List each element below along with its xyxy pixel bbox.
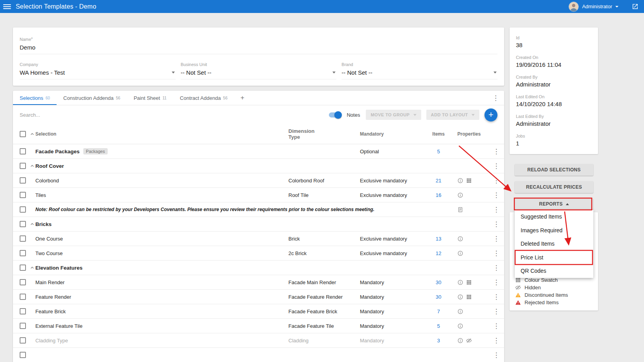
items-count-link[interactable]: 30 xyxy=(436,279,441,285)
row-checkbox[interactable] xyxy=(20,279,26,285)
row-menu-kebab[interactable]: ⋮ xyxy=(493,308,500,315)
dropdown-arrow-icon[interactable] xyxy=(494,72,497,74)
user-menu-label[interactable]: Administrator xyxy=(582,4,612,9)
table-row: Main RenderFacade Main RenderMandatory30… xyxy=(13,275,504,290)
notes-toggle[interactable] xyxy=(329,112,341,118)
row-checkbox[interactable] xyxy=(20,308,26,314)
items-count-link[interactable]: 5 xyxy=(437,149,440,154)
row-menu-kebab[interactable]: ⋮ xyxy=(493,294,500,300)
row-checkbox[interactable] xyxy=(20,163,26,169)
collapse-chevron-icon[interactable] xyxy=(29,163,35,169)
row-menu-kebab[interactable]: ⋮ xyxy=(493,177,500,184)
row-checkbox[interactable] xyxy=(20,192,26,198)
row-checkbox[interactable] xyxy=(20,352,26,358)
reload-selections-button[interactable]: RELOAD SELECTIONS xyxy=(515,164,593,176)
items-count-link[interactable]: 12 xyxy=(436,250,441,256)
mandatory-value: Mandatory xyxy=(360,309,429,314)
legend-item-rejected-items: Rejected Items xyxy=(515,300,568,305)
move-to-group-button[interactable]: MOVE TO GROUP xyxy=(366,110,421,120)
detail-field-last-edited-on: Last Edited On14/10/2020 14:48 xyxy=(516,94,592,107)
row-menu-kebab[interactable]: ⋮ xyxy=(493,250,500,257)
menu-item-deleted-items[interactable]: Deleted Items xyxy=(515,237,593,251)
dimension-type-value: Facade Feature Render xyxy=(288,294,360,300)
menu-item-suggested-items[interactable]: Suggested Items xyxy=(515,210,593,224)
row-checkbox[interactable] xyxy=(20,250,26,256)
row-menu-kebab[interactable]: ⋮ xyxy=(493,206,500,213)
table-body: Facade PackagesPackagesOptional5⋮Roof Co… xyxy=(13,144,504,362)
detail-value: 14/10/2020 14:48 xyxy=(516,101,592,107)
row-checkbox[interactable] xyxy=(20,221,26,227)
add-tab-button[interactable]: + xyxy=(234,91,251,105)
row-checkbox[interactable] xyxy=(20,235,26,242)
tab-contract-addenda[interactable]: Contract Addenda56 xyxy=(173,91,234,105)
row-checkbox[interactable] xyxy=(20,206,26,213)
selection-name: Feature Brick xyxy=(35,309,66,314)
selection-name: Tiles xyxy=(35,192,46,198)
detail-field-last-edited-by: Last Edited ByAdministrator xyxy=(516,114,592,127)
items-count-link[interactable]: 7 xyxy=(437,309,440,314)
group-name: Elevation Features xyxy=(35,265,83,271)
row-menu-kebab[interactable]: ⋮ xyxy=(493,235,500,242)
top-app-bar: Selection Templates - Demo Administrator xyxy=(0,0,644,13)
add-selection-fab[interactable]: + xyxy=(484,108,497,121)
row-checkbox[interactable] xyxy=(20,294,26,300)
items-count-link[interactable]: 21 xyxy=(436,178,441,184)
hamburger-menu-icon[interactable] xyxy=(3,4,11,9)
row-menu-kebab[interactable]: ⋮ xyxy=(493,265,500,271)
row-checkbox[interactable] xyxy=(20,337,26,344)
recalculate-prices-button[interactable]: RECALCULATE PRICES xyxy=(515,181,593,193)
detail-value: Administrator xyxy=(516,81,592,88)
items-count-link[interactable]: 13 xyxy=(436,236,441,242)
row-menu-kebab[interactable]: ⋮ xyxy=(493,279,500,286)
row-menu-kebab[interactable]: ⋮ xyxy=(493,163,500,169)
mandatory-value: Mandatory xyxy=(360,323,429,329)
brand-select[interactable]: Brand -- Not Set -- xyxy=(341,62,497,79)
dimension-type-value: 2c Brick xyxy=(288,250,360,256)
tabbar-menu-kebab[interactable]: ⋮ xyxy=(492,95,499,101)
group-name: Roof Cover xyxy=(35,163,64,169)
detail-label: Created By xyxy=(516,75,592,79)
row-menu-kebab[interactable]: ⋮ xyxy=(493,352,500,358)
row-menu-kebab[interactable]: ⋮ xyxy=(493,221,500,228)
items-count-link[interactable]: 3 xyxy=(437,338,440,344)
row-menu-kebab[interactable]: ⋮ xyxy=(493,337,500,344)
row-menu-kebab[interactable]: ⋮ xyxy=(493,148,500,155)
table-row: Feature BrickFacade Feature BrickMandato… xyxy=(13,304,504,319)
sort-chevron-icon[interactable] xyxy=(29,131,35,137)
reports-button[interactable]: REPORTS xyxy=(515,198,593,209)
items-count-link[interactable]: 30 xyxy=(436,294,441,300)
tab-construction-addenda[interactable]: Construction Addenda56 xyxy=(57,91,127,105)
add-to-layout-button[interactable]: ADD TO LAYOUT xyxy=(426,110,479,120)
search-input[interactable] xyxy=(20,112,329,118)
select-all-checkbox[interactable] xyxy=(20,131,26,137)
open-in-new-icon[interactable] xyxy=(632,3,638,10)
info-icon xyxy=(457,178,463,184)
collapse-chevron-icon[interactable] xyxy=(29,265,35,271)
tab-paint-sheet[interactable]: Paint Sheet11 xyxy=(127,91,173,105)
user-avatar[interactable] xyxy=(569,2,579,12)
mandatory-value: Mandatory xyxy=(360,279,429,285)
row-checkbox[interactable] xyxy=(20,148,26,154)
column-properties: Properties xyxy=(448,131,488,137)
tab-selections[interactable]: Selections60 xyxy=(13,91,57,105)
chevron-down-icon[interactable] xyxy=(615,6,618,7)
items-count-link[interactable]: 5 xyxy=(437,323,440,329)
row-checkbox[interactable] xyxy=(20,265,26,271)
collapse-chevron-icon[interactable] xyxy=(29,221,35,227)
row-menu-kebab[interactable]: ⋮ xyxy=(493,192,500,198)
selections-card: Selections60Construction Addenda56Paint … xyxy=(13,91,504,362)
row-menu-kebab[interactable]: ⋮ xyxy=(493,323,500,329)
row-checkbox[interactable] xyxy=(20,177,26,184)
dropdown-arrow-icon[interactable] xyxy=(172,72,175,74)
business-unit-select[interactable]: Business Unit -- Not Set -- xyxy=(181,62,337,79)
row-checkbox[interactable] xyxy=(20,323,26,329)
menu-item-qr-codes[interactable]: QR Codes xyxy=(515,264,593,278)
menu-item-images-required[interactable]: Images Required xyxy=(515,224,593,237)
note-text: Note: Roof colour can be restricted by y… xyxy=(35,207,448,212)
column-selection[interactable]: Selection xyxy=(35,131,288,137)
items-count-link[interactable]: 16 xyxy=(436,192,441,198)
menu-item-price-list[interactable]: Price List xyxy=(515,251,593,265)
name-field[interactable]: Demo xyxy=(20,42,497,54)
company-select[interactable]: Company WA Homes - Test xyxy=(20,62,176,79)
dropdown-arrow-icon[interactable] xyxy=(332,72,336,74)
